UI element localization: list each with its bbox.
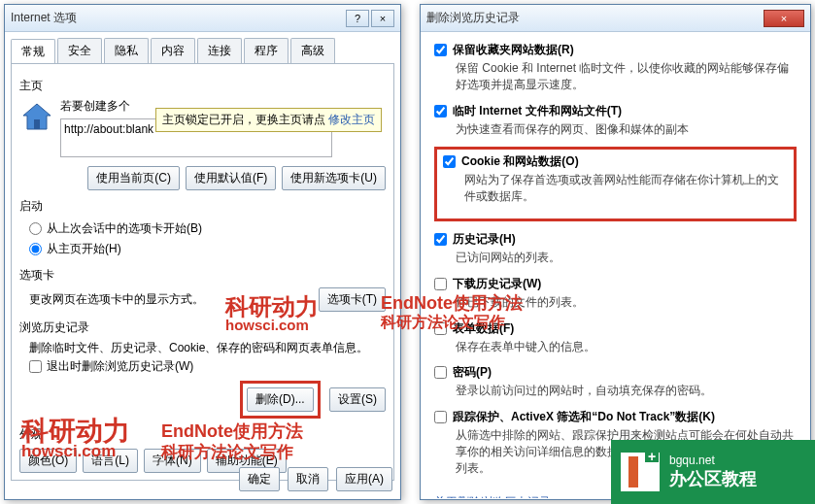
tabs-text: 更改网页在选项卡中的显示方式。	[19, 291, 204, 308]
option-checkbox[interactable]	[434, 233, 447, 246]
tab-privacy[interactable]: 隐私	[104, 38, 149, 63]
option-label: 临时 Internet 文件和网站文件(T)	[453, 103, 622, 119]
ok-button[interactable]: 确定	[239, 467, 280, 491]
language-button[interactable]: 语言(L)	[83, 449, 138, 473]
brand-logo-icon	[621, 453, 660, 491]
brand-url: bgqu.net	[669, 454, 757, 467]
appearance-label: 外观	[19, 426, 386, 443]
startup-label: 启动	[19, 198, 386, 215]
option-desc: 你已下载的文件的列表。	[434, 294, 797, 311]
option-desc: 保留 Cookie 和 Internet 临时文件，以使你收藏的网站能够保存偏好…	[434, 60, 797, 93]
delete-option: 下载历史记录(W)你已下载的文件的列表。	[434, 276, 797, 311]
delete-on-exit[interactable]: 退出时删除浏览历史记录(W)	[19, 356, 386, 377]
option-checkbox-row[interactable]: 表单数据(F)	[434, 320, 797, 337]
home-icon	[19, 98, 54, 133]
dialog-footer: 确定 取消 应用(A)	[239, 467, 392, 491]
brand-name: 办公区教程	[669, 467, 757, 490]
option-checkbox[interactable]	[434, 278, 447, 290]
tab-strip: 常规 安全 隐私 内容 连接 程序 高级	[5, 32, 400, 63]
delete-option: 保留收藏夹网站数据(R)保留 Cookie 和 Internet 临时文件，以使…	[434, 42, 797, 93]
option-checkbox-row[interactable]: Cookie 和网站数据(O)	[443, 153, 788, 170]
delete-option: 历史记录(H)已访问网站的列表。	[434, 231, 797, 266]
startup-homepage[interactable]: 从主页开始(H)	[19, 239, 386, 259]
option-checkbox-row[interactable]: 临时 Internet 文件和网站文件(T)	[434, 103, 797, 119]
window-title: 删除浏览历史记录	[426, 10, 762, 26]
close-button[interactable]: ×	[371, 10, 394, 27]
general-pane: 主页 主页锁定已开启，更换主页请点 修改主页 若要创建多个 使用当前页(C) 使…	[11, 63, 394, 481]
titlebar: Internet 选项 ? ×	[5, 5, 400, 32]
option-checkbox-row[interactable]: 跟踪保护、ActiveX 筛选和“Do Not Track”数据(K)	[434, 409, 797, 425]
tooltip-link[interactable]: 修改主页	[328, 113, 375, 126]
cancel-button[interactable]: 取消	[288, 467, 328, 491]
option-checkbox[interactable]	[434, 322, 447, 335]
option-label: 下载历史记录(W)	[453, 276, 541, 292]
color-button[interactable]: 颜色(O)	[19, 449, 77, 473]
font-button[interactable]: 字体(N)	[144, 449, 201, 473]
delete-option: 临时 Internet 文件和网站文件(T)为快速查看而保存的网页、图像和媒体的…	[434, 103, 797, 138]
option-label: Cookie 和网站数据(O)	[461, 153, 579, 170]
option-desc: 保存在表单中键入的信息。	[434, 339, 797, 355]
titlebar: 删除浏览历史记录 ×	[421, 5, 810, 32]
option-desc: 登录以前访问过的网站时，自动填充保存的密码。	[434, 383, 797, 399]
svg-rect-0	[34, 119, 40, 129]
history-label: 浏览历史记录	[19, 319, 386, 336]
tabs-label: 选项卡	[19, 267, 386, 284]
tab-general[interactable]: 常规	[11, 39, 55, 64]
option-checkbox[interactable]	[443, 155, 456, 168]
option-desc: 已访问网站的列表。	[434, 250, 797, 266]
delete-option: 表单数据(F)保存在表单中键入的信息。	[434, 320, 797, 355]
option-checkbox-row[interactable]: 保留收藏夹网站数据(R)	[434, 42, 797, 58]
option-label: 历史记录(H)	[453, 231, 516, 248]
delete-history-window: 删除浏览历史记录 × 保留收藏夹网站数据(R)保留 Cookie 和 Inter…	[420, 4, 811, 500]
option-checkbox-row[interactable]: 密码(P)	[434, 364, 797, 381]
tab-security[interactable]: 安全	[57, 38, 102, 63]
brand-box: bgqu.net 办公区教程	[611, 440, 815, 504]
tab-content[interactable]: 内容	[151, 38, 195, 63]
tooltip-text: 主页锁定已开启，更换主页请点	[162, 113, 328, 126]
homepage-label: 主页	[19, 78, 386, 94]
tab-programs[interactable]: 程序	[244, 38, 289, 63]
help-button[interactable]: ?	[346, 10, 369, 27]
option-label: 密码(P)	[453, 364, 492, 381]
delete-history-body: 保留收藏夹网站数据(R)保留 Cookie 和 Internet 临时文件，以使…	[421, 32, 810, 498]
delete-button[interactable]: 删除(D)...	[247, 387, 314, 412]
tab-connections[interactable]: 连接	[197, 38, 242, 63]
about-delete-link[interactable]: 关于删除浏览历史记录	[434, 494, 551, 498]
startup-last-session[interactable]: 从上次会话中的选项卡开始(B)	[19, 218, 386, 239]
window-title: Internet 选项	[11, 10, 344, 26]
internet-options-window: Internet 选项 ? × 常规 安全 隐私 内容 连接 程序 高级 主页 …	[4, 4, 401, 500]
close-button[interactable]: ×	[764, 10, 804, 27]
option-label: 跟踪保护、ActiveX 筛选和“Do Not Track”数据(K)	[453, 409, 715, 425]
delete-option: 密码(P)登录以前访问过的网站时，自动填充保存的密码。	[434, 364, 797, 399]
option-label: 保留收藏夹网站数据(R)	[453, 42, 574, 58]
option-checkbox-row[interactable]: 历史记录(H)	[434, 231, 797, 248]
option-checkbox[interactable]	[434, 411, 447, 423]
tab-advanced[interactable]: 高级	[290, 38, 335, 63]
delete-highlight-box: 删除(D)...	[240, 381, 321, 419]
tabs-button[interactable]: 选项卡(T)	[319, 287, 386, 312]
history-text: 删除临时文件、历史记录、Cookie、保存的密码和网页表单信息。	[19, 340, 386, 356]
option-label: 表单数据(F)	[453, 320, 514, 337]
use-current-button[interactable]: 使用当前页(C)	[87, 166, 180, 190]
use-newtab-button[interactable]: 使用新选项卡(U)	[282, 166, 386, 190]
delete-option: Cookie 和网站数据(O)网站为了保存首选项或改善网站性能而存储在你计算机上…	[434, 147, 797, 221]
option-checkbox-row[interactable]: 下载历史记录(W)	[434, 276, 797, 292]
option-desc: 为快速查看而保存的网页、图像和媒体的副本	[434, 121, 797, 138]
option-checkbox[interactable]	[434, 366, 447, 379]
option-desc: 网站为了保存首选项或改善网站性能而存储在你计算机上的文件或数据库。	[443, 172, 788, 205]
homepage-tooltip: 主页锁定已开启，更换主页请点 修改主页	[155, 108, 382, 132]
history-settings-button[interactable]: 设置(S)	[329, 387, 386, 412]
use-default-button[interactable]: 使用默认值(F)	[186, 166, 276, 190]
apply-button[interactable]: 应用(A)	[336, 467, 392, 491]
option-checkbox[interactable]	[434, 44, 447, 56]
option-checkbox[interactable]	[434, 105, 447, 118]
